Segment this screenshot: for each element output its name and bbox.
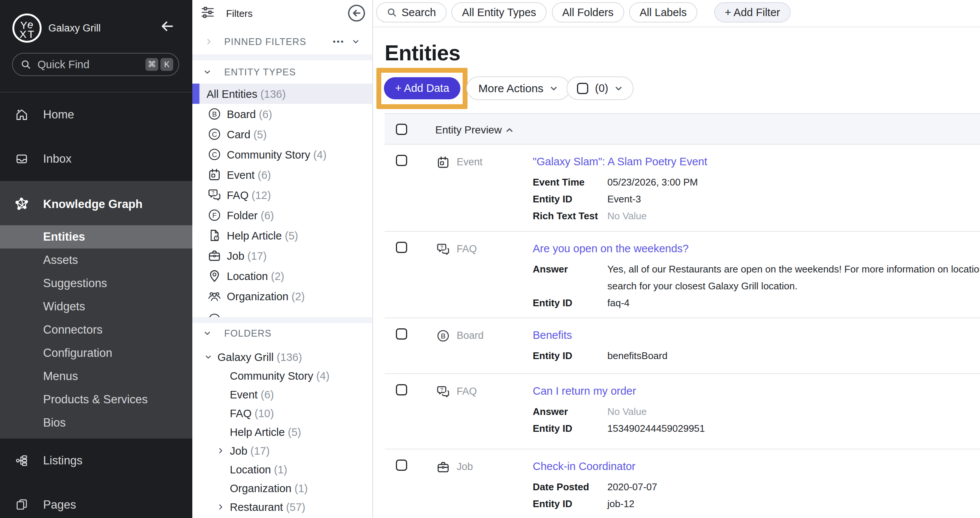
filter-item-count: (12) [251, 189, 271, 201]
entity-type-board[interactable]: B Board (6) [192, 104, 372, 124]
sidebar-item-assets[interactable]: Assets [0, 248, 192, 272]
filter-item-count: (4) [316, 370, 329, 382]
entity-type-faq[interactable]: ? FAQ (12) [192, 185, 372, 205]
all-entity-types-pill[interactable]: All Entity Types [451, 2, 547, 22]
entity-title-link[interactable]: "Galaxy Slam": A Slam Poetry Event [533, 154, 707, 169]
row-checkbox[interactable] [396, 242, 407, 253]
annotation-highlight-box: + Add Data [376, 68, 468, 109]
filter-item-count: (5) [285, 230, 298, 242]
collapse-sidebar-arrow-icon[interactable] [159, 19, 175, 34]
entity-type-restaurant[interactable]: R Restaurant (57) [192, 306, 372, 317]
header-checkbox[interactable] [396, 124, 407, 135]
page-title: Entities [385, 40, 460, 65]
sidebar-item-listings[interactable]: Listings [0, 439, 192, 483]
add-filter-pill[interactable]: + Add Filter [714, 2, 791, 22]
folder-text: Galaxy Grill [218, 351, 274, 363]
svg-text:?: ? [440, 245, 443, 250]
knowledge-graph-icon [14, 196, 29, 211]
folder-job[interactable]: Job (17) [192, 441, 372, 460]
folder-organization[interactable]: Organization (1) [192, 479, 372, 497]
entity-title-link[interactable]: Are you open on the weekends? [533, 241, 689, 256]
filters-icon [200, 5, 216, 20]
sidebar-item-suggestions[interactable]: Suggestions [0, 272, 192, 295]
entity-title-link[interactable]: Can I return my order [533, 383, 636, 399]
sidebar-item-label: Home [43, 108, 74, 121]
selection-dropdown[interactable]: (0) [566, 76, 633, 100]
all-labels-pill[interactable]: All Labels [629, 2, 697, 22]
sidebar-item-inbox[interactable]: Inbox [0, 137, 192, 181]
svg-text:?: ? [216, 236, 218, 240]
entity-type-folder[interactable]: F Folder (6) [192, 205, 372, 225]
more-options-icon[interactable] [331, 35, 345, 48]
row-checkbox[interactable] [396, 155, 407, 166]
folder-location[interactable]: Location (1) [192, 460, 372, 479]
selected-indicator-bar [192, 84, 199, 104]
field-value: 153490244459029951 [607, 420, 980, 437]
sidebar-item-knowledge-graph[interactable]: Knowledge Graph [0, 181, 192, 225]
pinned-filters-row[interactable]: PINNED FILTERS [192, 29, 372, 54]
entity-type-organization[interactable]: Organization (2) [192, 286, 372, 306]
entity-type-all[interactable]: All Entities (136) [192, 84, 372, 104]
more-actions-button[interactable]: More Actions [466, 76, 570, 100]
quick-find-placeholder: Quick Find [38, 59, 145, 71]
field-label: Entity ID [533, 420, 607, 437]
filter-item-count: (136) [277, 351, 302, 363]
entity-type-help-article[interactable]: ? Help Article (5) [192, 225, 372, 246]
folder-label: Job (17) [230, 445, 270, 457]
quick-find-input[interactable]: Quick Find ⌘ K [12, 53, 179, 76]
knowledge-graph-section: Knowledge Graph Entities Assets Suggesti… [0, 181, 192, 439]
entity-type-job[interactable]: Job (17) [192, 246, 372, 266]
entity-type-community-story[interactable]: C Community Story (4) [192, 144, 372, 165]
entity-type-card[interactable]: C Card (5) [192, 124, 372, 144]
entity-types-header[interactable]: ENTITY TYPES [192, 60, 372, 84]
filter-item-label: Card (5) [227, 129, 267, 141]
field-value: 05/23/2026, 3:00 PM [607, 174, 980, 191]
search-icon [387, 7, 397, 17]
row-checkbox[interactable] [396, 328, 407, 340]
folder-event[interactable]: Event (6) [192, 385, 372, 404]
sidebar-item-bios[interactable]: Bios [0, 411, 192, 434]
entity-type-location[interactable]: Location (2) [192, 266, 372, 286]
svg-text:B: B [441, 332, 446, 340]
sidebar-item-products-services[interactable]: Products & Services [0, 388, 192, 411]
search-pill[interactable]: Search [376, 2, 447, 22]
sidebar-item-configuration[interactable]: Configuration [0, 342, 192, 365]
all-folders-pill[interactable]: All Folders [552, 2, 624, 22]
pinned-filters-heading: PINNED FILTERS [224, 37, 306, 47]
folder-faq[interactable]: FAQ (10) [192, 404, 372, 423]
folder-restaurant[interactable]: Restaurant (57) [192, 497, 372, 516]
sidebar-item-entities[interactable]: Entities [0, 225, 192, 248]
filter-item-text: Folder [227, 210, 258, 221]
entity-preview-column-header[interactable]: Entity Preview [435, 124, 502, 136]
sidebar-item-label: Listings [43, 454, 83, 467]
entity-title-link[interactable]: Check-in Coordinator [533, 459, 635, 474]
section-separator [192, 54, 372, 60]
sidebar-item-home[interactable]: Home [0, 92, 192, 137]
row-checkbox[interactable] [396, 384, 407, 396]
sort-ascending-icon[interactable] [504, 125, 514, 135]
entity-title-link[interactable]: Benefits [533, 327, 572, 343]
sidebar-item-widgets[interactable]: Widgets [0, 295, 192, 318]
svg-text:C: C [212, 151, 217, 159]
sidebar-item-pages[interactable]: Pages [0, 483, 192, 518]
svg-text:C: C [212, 130, 217, 138]
entity-type-event[interactable]: Event (6) [192, 165, 372, 185]
chevron-down-icon [204, 353, 212, 361]
folder-galaxy-grill[interactable]: Galaxy Grill (136) [192, 348, 372, 366]
add-data-button[interactable]: + Add Data [384, 77, 460, 99]
select-all-checkbox[interactable] [577, 83, 588, 94]
sidebar-item-connectors[interactable]: Connectors [0, 318, 192, 342]
entity-type-label: FAQ [457, 386, 477, 397]
filter-item-text: Card [227, 129, 250, 141]
collapse-filters-button[interactable] [347, 4, 366, 22]
row-checkbox[interactable] [396, 459, 407, 471]
filter-item-count: (4) [313, 149, 326, 161]
field-label: Entity ID [533, 295, 607, 311]
faq-icon: ? [436, 385, 450, 399]
chevron-down-icon[interactable] [352, 38, 360, 46]
yext-logo: Y e X T [12, 13, 42, 43]
folders-header[interactable]: FOLDERS [192, 323, 372, 343]
folder-community-story[interactable]: Community Story (4) [192, 366, 372, 385]
folder-help-article[interactable]: Help Article (5) [192, 423, 372, 441]
sidebar-item-menus[interactable]: Menus [0, 365, 192, 388]
